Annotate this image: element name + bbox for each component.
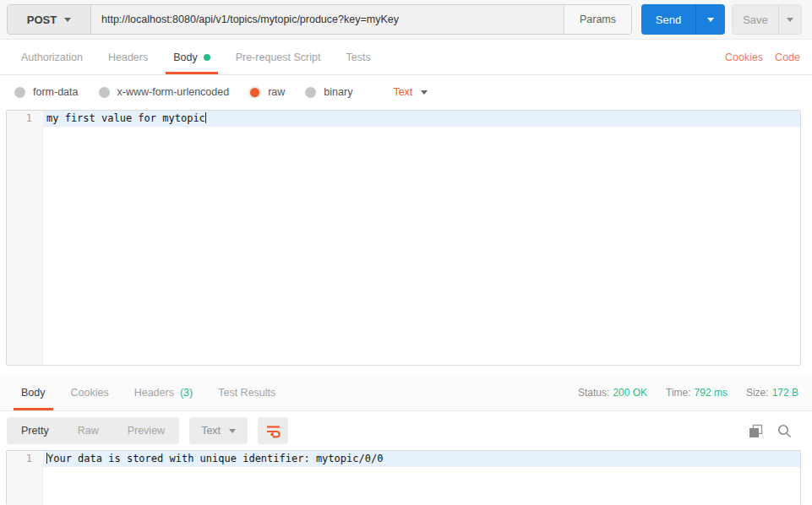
response-tab-body[interactable]: Body	[8, 374, 58, 410]
mode-form-data[interactable]: form-data	[14, 86, 79, 98]
tab-label: Test Results	[218, 387, 275, 399]
mode-binary[interactable]: binary	[305, 86, 352, 98]
mode-x-www-form-urlencoded[interactable]: x-www-form-urlencoded	[99, 86, 230, 98]
url-group: POST http://localhost:8080/api/v1/topics…	[7, 4, 632, 35]
tab-authorization[interactable]: Authorization	[8, 41, 95, 74]
tab-label: Headers	[108, 52, 148, 63]
tab-headers[interactable]: Headers	[95, 41, 161, 74]
cookies-link[interactable]: Cookies	[725, 52, 763, 63]
request-tabs: Authorization Headers Body Pre-request S…	[0, 41, 812, 75]
copy-icon	[749, 424, 763, 438]
raw-format-select[interactable]: Text	[393, 86, 428, 98]
size-value: 172 B	[772, 387, 798, 399]
send-split-button: Send	[641, 4, 725, 35]
chevron-down-icon	[787, 18, 793, 22]
save-button[interactable]: Save	[733, 5, 778, 34]
wrap-text-button[interactable]	[258, 417, 288, 444]
copy-response-button[interactable]	[749, 424, 763, 438]
url-input[interactable]: http://localhost:8080/api/v1/topics/myto…	[91, 5, 564, 34]
tab-label: Pre-request Script	[236, 52, 321, 63]
size-badge: Size:172 B	[746, 387, 798, 399]
line-content: Your data is stored with unique identifi…	[43, 451, 800, 467]
view-tab-preview[interactable]: Preview	[113, 417, 179, 444]
postman-window: POST http://localhost:8080/api/v1/topics…	[0, 0, 812, 505]
tab-label: Body	[173, 52, 198, 63]
tab-label: Headers	[134, 387, 174, 399]
send-button[interactable]: Send	[641, 4, 695, 35]
send-dropdown-button[interactable]	[695, 4, 725, 35]
tab-label: Tests	[346, 52, 370, 63]
mode-label: binary	[324, 86, 352, 98]
line-text: my first value for mytopic	[46, 112, 205, 124]
response-tab-test-results[interactable]: Test Results	[205, 374, 288, 410]
response-format-select[interactable]: Text	[189, 417, 248, 444]
radio-icon	[14, 87, 25, 98]
time-label: Time:	[666, 387, 691, 399]
body-present-dot-icon	[204, 54, 210, 61]
mode-raw[interactable]: raw	[249, 86, 285, 98]
text-cursor	[205, 112, 206, 123]
chevron-down-icon	[229, 429, 236, 433]
code-link[interactable]: Code	[775, 52, 800, 63]
tab-tests[interactable]: Tests	[333, 41, 383, 74]
wrap-text-icon	[265, 424, 281, 438]
format-label: Text	[201, 425, 221, 437]
tab-label: Cookies	[71, 387, 109, 399]
view-tab-raw[interactable]: Raw	[63, 417, 113, 444]
line-number: 1	[7, 451, 43, 467]
tab-label: Authorization	[21, 52, 83, 63]
response-tabs: Body Cookies Headers (3) Test Results St…	[0, 374, 812, 411]
time-value: 792 ms	[695, 387, 728, 399]
radio-selected-icon	[250, 88, 259, 97]
tab-body[interactable]: Body	[161, 41, 223, 74]
body-mode-row: form-data x-www-form-urlencoded raw bina…	[0, 76, 812, 108]
params-button[interactable]: Params	[564, 5, 631, 34]
response-tab-headers[interactable]: Headers (3)	[122, 374, 206, 410]
response-meta: Status:200 OK Time:792 ms Size:172 B	[578, 374, 804, 410]
method-label: POST	[27, 14, 57, 26]
tab-label: Body	[21, 387, 46, 399]
request-tabs-right: Cookies Code	[725, 41, 804, 74]
editor-gutter	[7, 111, 43, 365]
response-toolbar: Pretty Raw Preview Text	[0, 412, 812, 449]
headers-count-badge: (3)	[180, 387, 193, 399]
url-text: http://localhost:8080/api/v1/topics/myto…	[101, 14, 399, 25]
radio-icon	[99, 87, 110, 98]
editor-line: 1 my first value for mytopic	[7, 111, 800, 127]
size-label: Size:	[746, 387, 769, 399]
view-tab-pretty[interactable]: Pretty	[7, 417, 63, 444]
chevron-down-icon	[707, 18, 714, 22]
radio-icon	[305, 87, 316, 98]
search-response-button[interactable]	[777, 424, 792, 438]
save-split-button: Save	[732, 4, 802, 35]
mode-label: x-www-form-urlencoded	[117, 86, 230, 98]
method-select[interactable]: POST	[8, 5, 91, 34]
chevron-down-icon	[421, 90, 428, 95]
request-bar: POST http://localhost:8080/api/v1/topics…	[0, 0, 812, 40]
format-label: Text	[393, 86, 412, 98]
status-badge: Status:200 OK	[578, 387, 647, 399]
mode-label: form-data	[33, 86, 79, 98]
search-icon	[777, 424, 792, 438]
status-label: Status:	[578, 387, 609, 399]
save-dropdown-button[interactable]	[778, 5, 801, 34]
response-view-switch: Pretty Raw Preview	[7, 417, 179, 444]
response-tab-cookies[interactable]: Cookies	[58, 374, 122, 410]
line-number: 1	[7, 111, 43, 127]
tab-pre-request-script[interactable]: Pre-request Script	[223, 41, 334, 74]
line-content: my first value for mytopic	[43, 111, 800, 127]
response-body-editor[interactable]: 1 Your data is stored with unique identi…	[6, 450, 801, 505]
time-badge: Time:792 ms	[666, 387, 728, 399]
request-body-editor[interactable]: 1 my first value for mytopic	[6, 110, 801, 366]
response-toolbar-right	[749, 424, 805, 438]
mode-label: raw	[268, 86, 285, 98]
chevron-down-icon	[64, 18, 71, 22]
status-value: 200 OK	[613, 387, 647, 399]
line-text: Your data is stored with unique identifi…	[47, 453, 383, 464]
editor-line: 1 Your data is stored with unique identi…	[7, 451, 800, 467]
